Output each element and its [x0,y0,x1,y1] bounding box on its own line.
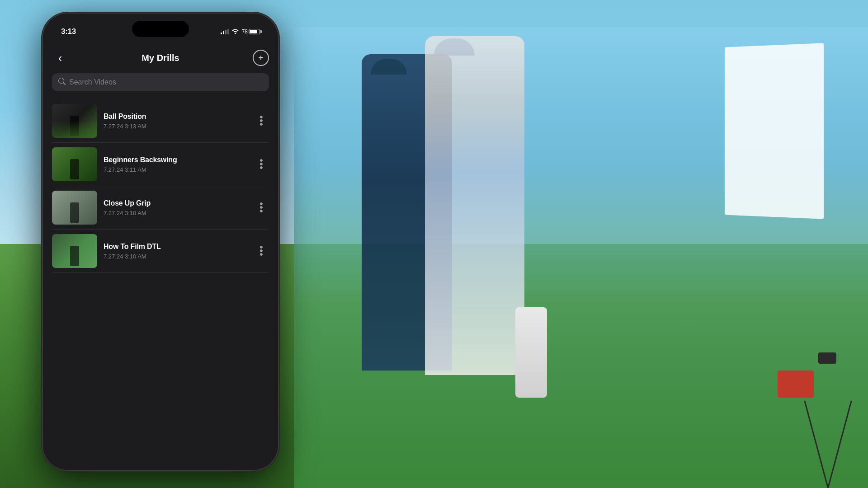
video-info-2: Beginners Backswing 7.27.24 3:11 AM [104,156,246,173]
status-time: 3:13 [61,27,76,36]
signal-bar-3 [225,30,226,34]
video-date-2: 7.27.24 3:11 AM [104,166,246,173]
thumbnail-3 [52,191,97,225]
thumbnail-2 [52,147,97,181]
battery-icon [249,29,260,34]
wifi-icon [231,28,239,35]
dynamic-island [132,21,189,37]
video-title-2: Beginners Backswing [104,156,246,164]
search-placeholder: Search Videos [69,78,116,86]
thumbnail-1 [52,104,97,138]
video-item-3[interactable]: Close Up Grip 7.27.24 3:10 AM ••• [52,186,269,230]
more-menu-button-1[interactable]: ••• [253,113,269,129]
back-button[interactable]: ‹ [52,50,68,66]
thumb-figure-3 [70,202,79,223]
signal-bar-2 [223,31,224,34]
video-info-3: Close Up Grip 7.27.24 3:10 AM [104,199,246,216]
signal-bar-4 [227,29,229,34]
video-date-1: 7.27.24 3:13 AM [104,123,246,130]
video-info-1: Ball Position 7.27.24 3:13 AM [104,113,246,130]
red-box [778,371,814,398]
nav-bar: ‹ My Drills + [52,45,269,73]
thumbnail-4 [52,234,97,268]
video-list: Ball Position 7.27.24 3:13 AM ••• Beginn… [52,99,269,273]
tripod [809,352,845,488]
camera [818,352,836,364]
status-icons: 78 [221,28,260,35]
video-date-3: 7.27.24 3:10 AM [104,210,246,216]
app-content: ‹ My Drills + Search Videos [43,45,278,470]
thumb-figure-4 [70,246,79,266]
add-icon: + [258,53,264,62]
more-menu-button-2[interactable]: ••• [253,156,269,172]
video-date-4: 7.27.24 3:10 AM [104,253,246,260]
thumb-figure-1 [70,116,79,136]
video-title-4: How To Film DTL [104,243,246,251]
video-item-1[interactable]: Ball Position 7.27.24 3:13 AM ••• [52,99,269,143]
search-icon [58,78,66,87]
signal-icon [221,29,229,34]
add-drill-button[interactable]: + [253,50,269,66]
search-bar[interactable]: Search Videos [52,73,269,91]
golf-bag [515,307,547,398]
battery-container: 78 [242,28,260,35]
battery-fill [250,30,257,33]
more-menu-button-3[interactable]: ••• [253,199,269,216]
white-board [725,43,824,219]
video-title-3: Close Up Grip [104,199,246,207]
phone-frame: 3:13 78 [43,14,278,470]
video-item-4[interactable]: How To Film DTL 7.27.24 3:10 AM ••• [52,230,269,273]
video-title-1: Ball Position [104,113,246,121]
video-info-4: How To Film DTL 7.27.24 3:10 AM [104,243,246,260]
more-menu-button-4[interactable]: ••• [253,243,269,259]
page-title: My Drills [142,53,179,63]
phone-body: 3:13 78 [43,14,278,470]
battery-percent: 78 [242,28,248,35]
figure-right [425,36,524,375]
phone-screen: 3:13 78 [43,14,278,470]
video-item-2[interactable]: Beginners Backswing 7.27.24 3:11 AM ••• [52,143,269,186]
back-chevron-icon: ‹ [58,52,62,64]
thumb-figure-2 [70,159,79,179]
signal-bar-1 [221,33,222,34]
